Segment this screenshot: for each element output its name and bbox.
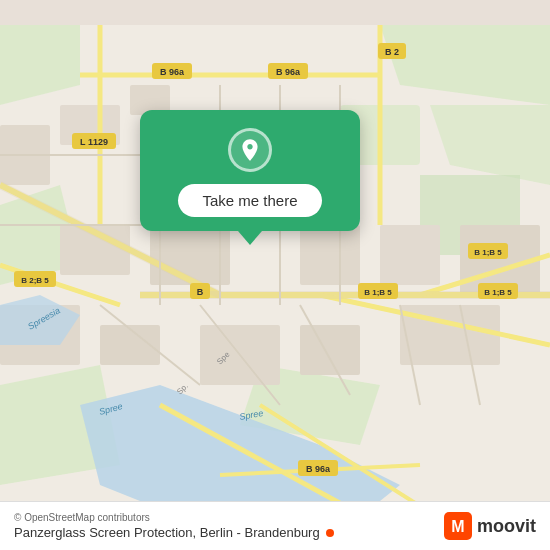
svg-rect-15 [300, 325, 360, 375]
svg-text:B 2: B 2 [385, 47, 399, 57]
moovit-logo: M moovit [444, 512, 536, 540]
bottom-bar: © OpenStreetMap contributors Panzerglass… [0, 501, 550, 550]
svg-rect-18 [380, 225, 440, 285]
moovit-bus-icon: M [444, 512, 472, 540]
svg-text:L 1129: L 1129 [80, 137, 108, 147]
svg-text:B 1;B 5: B 1;B 5 [474, 248, 502, 257]
svg-text:B 96a: B 96a [276, 67, 301, 77]
location-label: Panzerglass Screen Protection, Berlin - … [14, 525, 336, 540]
svg-text:B 1;B 5: B 1;B 5 [364, 288, 392, 297]
svg-point-73 [326, 529, 334, 537]
location-dot-icon [324, 527, 336, 539]
location-name-text: Panzerglass Screen Protection, Berlin - … [14, 525, 320, 540]
popup-card: Take me there [140, 110, 360, 231]
location-pin-icon [228, 128, 272, 172]
svg-text:B 2;B 5: B 2;B 5 [21, 276, 49, 285]
svg-text:M: M [451, 518, 464, 535]
svg-text:B: B [197, 287, 204, 297]
svg-text:B 96a: B 96a [160, 67, 185, 77]
moovit-text: moovit [477, 516, 536, 537]
take-me-there-button[interactable]: Take me there [178, 184, 321, 217]
svg-text:B 96a: B 96a [306, 464, 331, 474]
svg-rect-19 [300, 225, 360, 285]
map-container: B 96a B 2 B 96a L 1129 B 2;B 5 B B 1;B 5… [0, 0, 550, 550]
svg-text:B 1;B 5: B 1;B 5 [484, 288, 512, 297]
bottom-left-info: © OpenStreetMap contributors Panzerglass… [14, 512, 336, 540]
attribution-text: © OpenStreetMap contributors [14, 512, 336, 523]
map-background: B 96a B 2 B 96a L 1129 B 2;B 5 B B 1;B 5… [0, 0, 550, 550]
